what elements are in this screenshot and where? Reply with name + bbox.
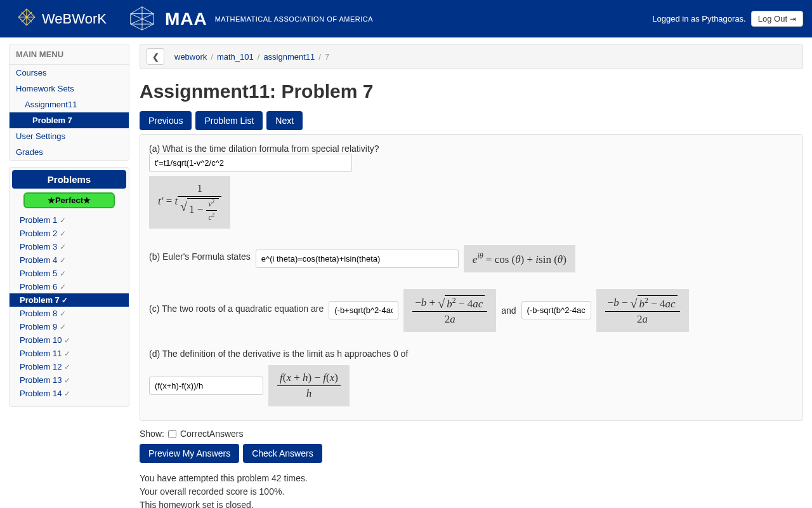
nav-problem-7[interactable]: Problem 7: [32, 116, 72, 125]
answer-input-a[interactable]: [149, 154, 352, 172]
main-content: ❮ webwork / math_101 / assignment11 / 7 …: [140, 44, 803, 508]
problem-list-item[interactable]: Problem 1 ✓: [10, 213, 129, 227]
problems-title: Problems: [12, 170, 126, 189]
problem-link[interactable]: Problem 13 ✓: [20, 375, 70, 385]
brand-link[interactable]: WeBWorK: [9, 7, 114, 31]
sidebar: MAIN MENU Courses Homework Sets Assignme…: [9, 44, 129, 413]
math-preview-c2: −b − √b2 − 4ac2a: [596, 289, 689, 333]
breadcrumb-back-button[interactable]: ❮: [147, 48, 164, 65]
math-preview-a: t′ = t1√1 − v2c2: [149, 176, 230, 229]
check-icon: ✓: [60, 256, 66, 265]
chevron-left-icon: ❮: [152, 52, 159, 62]
check-icon: ✓: [64, 349, 70, 358]
answer-input-b[interactable]: [256, 250, 459, 268]
problem-link[interactable]: Problem 7 ✓: [20, 295, 68, 305]
part-d-text: (d) The definition of the derivative is …: [149, 349, 408, 359]
problem-list-item[interactable]: Problem 5 ✓: [10, 267, 129, 280]
problem-link[interactable]: Problem 2 ✓: [20, 229, 66, 238]
problem-list-item[interactable]: Problem 3 ✓: [10, 240, 129, 253]
topbar: WeBWorK MAA MATHEMATICAL ASSOCIATION OF …: [0, 0, 812, 37]
check-icon: ✓: [60, 269, 66, 278]
problem-link[interactable]: Problem 3 ✓: [20, 242, 66, 251]
check-icon: ✓: [60, 309, 66, 318]
problem-list-item[interactable]: Problem 12 ✓: [10, 360, 129, 373]
part-c: (c) The two roots of a quadratic equatio…: [149, 289, 794, 333]
footer-controls: Show: CorrectAnswers Preview My Answers …: [140, 429, 803, 508]
crumb-sep: /: [211, 52, 213, 62]
check-answers-button[interactable]: Check Answers: [243, 444, 322, 463]
correct-answers-checkbox[interactable]: [168, 430, 176, 438]
check-icon: ✓: [64, 376, 70, 385]
problem-list-item[interactable]: Problem 9 ✓: [10, 320, 129, 333]
maa-logo-icon: [127, 5, 157, 32]
crumb-sep: /: [258, 52, 260, 62]
logout-button[interactable]: Log Out ⇥: [751, 11, 803, 27]
problem-list-item[interactable]: Problem 4 ✓: [10, 253, 129, 267]
correct-answers-label: CorrectAnswers: [180, 429, 244, 439]
part-b: (b) Euler's Formula states eiθ = cos (θ)…: [149, 245, 794, 272]
part-d: (d) The definition of the derivative is …: [149, 349, 794, 406]
math-preview-b: eiθ = cos (θ) + isin (θ): [464, 245, 575, 272]
page-title: Assignment11: Problem 7: [140, 81, 803, 102]
problem-body: (a) What is the time dilation formula fr…: [140, 134, 803, 421]
nav-grades[interactable]: Grades: [16, 147, 43, 157]
part-a-text: (a) What is the time dilation formula fr…: [149, 144, 379, 154]
nav-homework-sets[interactable]: Homework Sets: [16, 84, 74, 93]
main-menu-header: MAIN MENU: [10, 44, 129, 65]
nav-courses[interactable]: Courses: [16, 68, 46, 77]
nav-user-settings[interactable]: User Settings: [16, 131, 65, 141]
answer-input-c1[interactable]: [329, 301, 398, 319]
preview-answers-button[interactable]: Preview My Answers: [140, 444, 239, 463]
maa-block: MAA MATHEMATICAL ASSOCIATION OF AMERICA: [127, 5, 373, 32]
problem-link[interactable]: Problem 9 ✓: [20, 322, 66, 331]
attempts-line1: You have attempted this problem 42 times…: [140, 472, 803, 485]
brand-text: WeBWorK: [42, 11, 107, 27]
logout-label: Log Out: [758, 14, 787, 23]
problem-list-button[interactable]: Problem List: [195, 111, 263, 130]
answer-input-c2[interactable]: [521, 301, 591, 319]
problem-list-item[interactable]: Problem 8 ✓: [10, 307, 129, 320]
problem-link[interactable]: Problem 5 ✓: [20, 269, 66, 278]
problem-list-item[interactable]: Problem 10 ✓: [10, 333, 129, 347]
part-a: (a) What is the time dilation formula fr…: [149, 144, 794, 229]
problems-list: Problem 1 ✓Problem 2 ✓Problem 3 ✓Problem…: [10, 213, 129, 406]
perfect-badge: ★Perfect★: [23, 192, 115, 208]
check-icon: ✓: [64, 389, 70, 398]
problem-list-item[interactable]: Problem 11 ✓: [10, 347, 129, 360]
answer-input-d[interactable]: [149, 377, 263, 395]
part-b-text: (b) Euler's Formula states: [149, 251, 251, 262]
problem-link[interactable]: Problem 14 ✓: [20, 389, 70, 398]
check-icon: ✓: [60, 243, 66, 251]
problem-link[interactable]: Problem 6 ✓: [20, 282, 66, 291]
next-button[interactable]: Next: [266, 111, 303, 130]
crumb-current: 7: [325, 52, 329, 62]
problem-list-item[interactable]: Problem 13 ✓: [10, 373, 129, 387]
problem-list-item[interactable]: Problem 6 ✓: [10, 280, 129, 293]
previous-button[interactable]: Previous: [140, 111, 192, 130]
problem-list-item[interactable]: Problem 14 ✓: [10, 387, 129, 400]
problem-list-item[interactable]: Problem 2 ✓: [10, 227, 129, 240]
problem-link[interactable]: Problem 1 ✓: [20, 215, 66, 225]
problem-link[interactable]: Problem 4 ✓: [20, 255, 66, 265]
attempts-line3: This homework set is closed.: [140, 498, 803, 508]
check-icon: ✓: [60, 283, 66, 291]
check-icon: ✓: [60, 323, 66, 331]
part-c-text: (c) The two roots of a quadratic equatio…: [149, 304, 324, 314]
logged-in-text: Logged in as Pythagoras.: [652, 14, 745, 23]
breadcrumb: ❮ webwork / math_101 / assignment11 / 7: [140, 44, 803, 69]
problem-list-item[interactable]: Problem 7 ✓: [10, 293, 129, 307]
crumb-webwork[interactable]: webwork: [174, 52, 207, 62]
problem-link[interactable]: Problem 12 ✓: [20, 362, 70, 371]
problem-link[interactable]: Problem 8 ✓: [20, 309, 66, 318]
crumb-math101[interactable]: math_101: [217, 52, 254, 62]
problem-link[interactable]: Problem 10 ✓: [20, 335, 70, 345]
math-preview-d: f(x + h) − f(x)h: [268, 365, 350, 406]
attempts-line2: Your overall recorded score is 100%.: [140, 485, 803, 498]
crumb-assignment11[interactable]: assignment11: [263, 52, 315, 62]
nav-assignment11[interactable]: Assignment11: [25, 100, 77, 109]
main-menu-panel: MAIN MENU Courses Homework Sets Assignme…: [9, 44, 129, 161]
problem-nav: Previous Problem List Next: [140, 111, 803, 130]
check-icon: ✓: [60, 229, 66, 238]
check-icon: ✓: [62, 296, 68, 305]
problem-link[interactable]: Problem 11 ✓: [20, 349, 70, 358]
